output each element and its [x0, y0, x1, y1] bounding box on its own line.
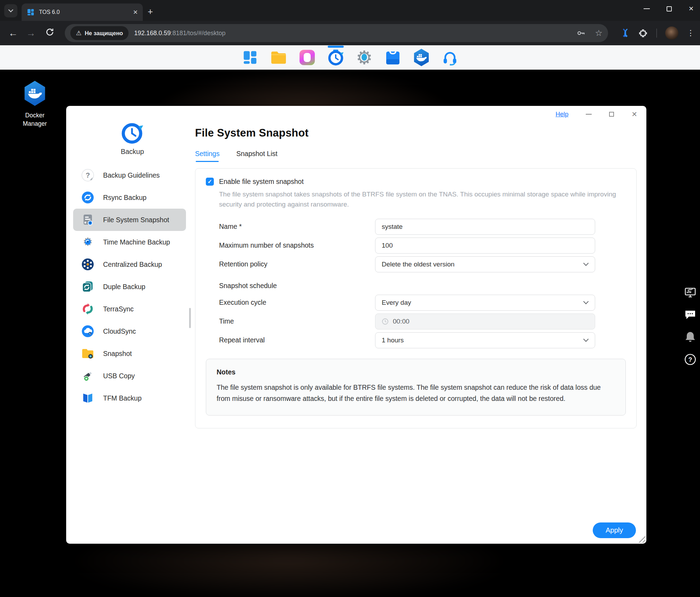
sidebar-item-label: File System Snapshot	[103, 216, 169, 224]
password-key-icon[interactable]	[576, 28, 586, 38]
back-icon[interactable]: ←	[8, 28, 18, 39]
new-tab-button[interactable]: +	[148, 6, 153, 17]
repeat-interval-value: 1 hours	[382, 336, 404, 344]
time-label: Time	[206, 317, 375, 325]
sidebar-item-cloudsync[interactable]: ↻ CloudSync	[73, 320, 186, 342]
apply-button[interactable]: Apply	[593, 522, 636, 538]
sidebar-scrollbar[interactable]	[189, 308, 191, 328]
tab-close-icon[interactable]: ✕	[133, 9, 138, 16]
max-snapshots-label: Maximum number of snapshots	[206, 241, 375, 249]
dialog-resize-handle[interactable]	[638, 535, 645, 543]
security-chip-label: Не защищено	[85, 30, 123, 37]
browser-tab[interactable]: TOS 6.0 ✕	[22, 3, 143, 21]
warning-icon: ⚠	[76, 29, 81, 37]
tab-settings[interactable]: Settings	[195, 150, 219, 162]
window-close-button[interactable]: ✕	[689, 5, 694, 13]
forward-icon[interactable]: →	[26, 28, 36, 39]
snapshot-folder-icon	[81, 347, 94, 360]
time-input[interactable]: 00:00	[375, 313, 595, 329]
sidebar-item-centralized-backup[interactable]: Centralized Backup	[73, 253, 186, 276]
sidebar-item-label: Rsync Backup	[103, 194, 147, 202]
sidebar-item-label: Snapshot	[103, 350, 132, 358]
repeat-interval-select[interactable]: 1 hours	[375, 332, 595, 348]
taskbar-backup-icon[interactable]	[327, 49, 344, 66]
retention-policy-select[interactable]: Delete the oldest version	[375, 256, 595, 272]
server-snapshot-icon	[81, 214, 94, 226]
backup-dialog: Help ✕ Backup ? Backup Guidelines	[66, 106, 646, 544]
notes-title: Notes	[217, 368, 615, 376]
profile-avatar[interactable]	[665, 26, 678, 40]
sidebar-item-label: CloudSync	[103, 327, 136, 335]
tab-search-button[interactable]	[4, 4, 17, 17]
taskbar-desktop-icon[interactable]	[242, 49, 258, 66]
browser-tabbar: TOS 6.0 ✕ + ✕	[0, 0, 700, 21]
tos-taskbar: ⚙	[0, 45, 700, 70]
page-title: File System Snapshot	[195, 127, 637, 139]
security-chip[interactable]: ⚠ Не защищено	[70, 26, 129, 40]
browser-menu-icon[interactable]: ⋮	[687, 29, 694, 38]
enable-snapshot-checkbox[interactable]: ✓	[206, 178, 214, 186]
execution-cycle-label: Execution cycle	[206, 298, 375, 307]
shortcut-label: Docker Manager	[13, 111, 57, 128]
sidebar-item-label: USB Copy	[103, 372, 135, 380]
messages-icon[interactable]	[684, 309, 697, 321]
window-maximize-button[interactable]	[667, 6, 672, 11]
repeat-interval-label: Repeat interval	[206, 336, 375, 344]
sidebar-item-snapshot[interactable]: Snapshot	[73, 342, 186, 365]
enable-snapshot-label: Enable file system snapshot	[219, 178, 304, 186]
taskbar-support-icon[interactable]	[442, 49, 458, 66]
backup-app-name: Backup	[73, 148, 192, 156]
sidebar-item-label: TerraSync	[103, 305, 134, 313]
dialog-minimize-button[interactable]	[586, 114, 592, 115]
notes-box: Notes The file system snapshot is only a…	[206, 359, 626, 416]
execution-cycle-value: Every day	[382, 299, 411, 307]
chevron-down-icon	[583, 261, 589, 266]
reload-icon[interactable]	[45, 28, 54, 39]
tab-snapshot-list[interactable]: Snapshot List	[236, 150, 277, 162]
taskbar-file-manager-icon[interactable]	[270, 49, 287, 66]
svg-text:↻: ↻	[89, 332, 91, 335]
address-bar[interactable]: ⚠ Не защищено 192.168.0.59:8181/tos/#/de…	[65, 24, 608, 42]
dialog-close-button[interactable]: ✕	[631, 110, 637, 118]
taskbar-docker-icon[interactable]	[413, 49, 430, 66]
snapshot-schedule-label: Snapshot schedule	[206, 282, 375, 290]
docker-manager-shortcut[interactable]: Docker Manager	[13, 81, 57, 128]
taskbar-multimedia-icon[interactable]	[299, 49, 316, 66]
taskbar-app-center-icon[interactable]	[384, 49, 401, 66]
bookmark-star-icon[interactable]: ☆	[595, 28, 602, 38]
sidebar-item-file-system-snapshot[interactable]: File System Snapshot	[73, 209, 186, 231]
resource-monitor-icon[interactable]	[684, 286, 697, 299]
extension-ribbon-icon[interactable]	[621, 28, 630, 38]
name-label: Name *	[206, 223, 375, 231]
tfm-book-icon	[81, 392, 94, 404]
chevron-down-icon	[8, 7, 13, 12]
taskbar-control-panel-icon[interactable]: ⚙	[356, 49, 373, 66]
toolbar-separator	[656, 29, 657, 38]
browser-toolbar: ← → ⚠ Не защищено 192.168.0.59:8181/tos/…	[0, 21, 700, 45]
notifications-bell-icon[interactable]	[684, 331, 697, 343]
help-icon[interactable]: ?	[684, 353, 697, 366]
edge-panel: ?	[684, 286, 697, 366]
dialog-help-link[interactable]: Help	[555, 111, 568, 118]
sidebar-item-backup-guidelines[interactable]: ? Backup Guidelines	[73, 164, 186, 186]
execution-cycle-select[interactable]: Every day	[375, 295, 595, 311]
name-input[interactable]	[375, 219, 595, 235]
sidebar-item-time-machine-backup[interactable]: ⚙ Time Machine Backup	[73, 231, 186, 253]
extensions-puzzle-icon[interactable]	[638, 28, 648, 38]
tabs: Settings Snapshot List	[195, 150, 637, 162]
terrasync-arrows-icon	[81, 303, 94, 315]
sidebar-item-label: TFM Backup	[103, 394, 142, 402]
dialog-maximize-button[interactable]	[609, 112, 614, 117]
clock-icon	[382, 318, 389, 325]
sidebar-item-duple-backup[interactable]: Duple Backup	[73, 276, 186, 298]
svg-text:?: ?	[689, 356, 692, 363]
chevron-down-icon	[583, 299, 589, 304]
window-minimize-button[interactable]	[644, 8, 650, 9]
max-snapshots-input[interactable]	[375, 238, 595, 254]
sidebar-item-terrasync[interactable]: TerraSync	[73, 298, 186, 320]
url-text: 192.168.0.59:8181/tos/#/desktop	[134, 30, 225, 37]
sidebar-item-tfm-backup[interactable]: TFM Backup	[73, 387, 186, 409]
sidebar-item-rsync-backup[interactable]: Rsync Backup	[73, 186, 186, 209]
docker-icon	[24, 81, 46, 106]
sidebar-item-usb-copy[interactable]: USB Copy	[73, 365, 186, 387]
